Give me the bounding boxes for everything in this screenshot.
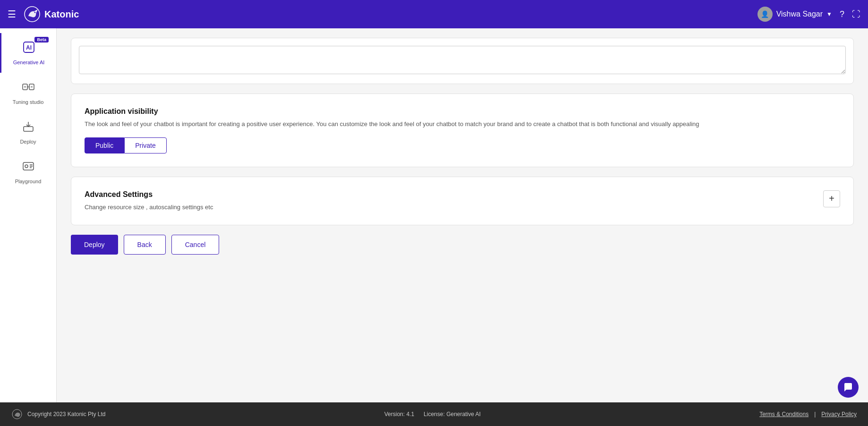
tuning-studio-icon <box>22 80 35 96</box>
footer-copyright: Copyright 2023 Katonic Pty Ltd <box>11 409 105 420</box>
sidebar-item-generative-ai[interactable]: Beta AI Generative AI <box>0 33 56 73</box>
beta-badge: Beta <box>34 37 49 43</box>
textarea-card <box>71 38 854 84</box>
public-button[interactable]: Public <box>85 137 124 153</box>
svg-point-1 <box>34 12 36 13</box>
license-text: License: Generative AI <box>424 411 481 417</box>
advanced-description: Change resource size , autoscaling setti… <box>85 203 213 212</box>
playground-icon <box>22 160 35 176</box>
application-visibility-card: Application visibility The look and feel… <box>71 94 854 167</box>
visibility-title: Application visibility <box>85 107 840 116</box>
footer-version: Version: 4.1 License: Generative AI <box>384 411 481 417</box>
action-buttons: Deploy Back Cancel <box>71 235 854 264</box>
advanced-title: Advanced Settings <box>85 190 213 199</box>
content-area: Application visibility The look and feel… <box>57 28 868 402</box>
privacy-link[interactable]: Privacy Policy <box>821 411 857 417</box>
user-name: Vishwa Sagar <box>776 10 823 18</box>
katonic-bird-logo <box>24 6 41 23</box>
advanced-header: Advanced Settings Change resource size ,… <box>85 190 840 212</box>
visibility-buttons: Public Private <box>85 137 840 153</box>
textarea-input[interactable] <box>79 46 846 74</box>
sidebar-item-deploy[interactable]: Deploy <box>0 112 56 152</box>
generative-ai-icon: AI <box>22 41 35 57</box>
copyright-text: Copyright 2023 Katonic Pty Ltd <box>27 411 105 417</box>
svg-point-9 <box>25 165 28 168</box>
navbar-left: ☰ Katonic <box>8 6 79 23</box>
visibility-description: The look and feel of your chatbot is imp… <box>85 119 840 129</box>
sidebar-label-playground: Playground <box>15 179 42 184</box>
footer: Copyright 2023 Katonic Pty Ltd Version: … <box>0 402 868 426</box>
advanced-text: Advanced Settings Change resource size ,… <box>85 190 213 212</box>
navbar: ☰ Katonic 👤 Vishwa Sagar ▼ ? ⛶ <box>0 0 868 28</box>
sidebar-label-tuning-studio: Tuning studio <box>13 99 44 105</box>
footer-separator: | <box>814 411 816 417</box>
navbar-right: 👤 Vishwa Sagar ▼ ? ⛶ <box>757 7 860 22</box>
deploy-button[interactable]: Deploy <box>71 235 118 255</box>
user-info[interactable]: 👤 Vishwa Sagar ▼ <box>757 7 832 22</box>
private-button[interactable]: Private <box>124 137 167 153</box>
sidebar-label-deploy: Deploy <box>20 139 36 145</box>
logo-text: Katonic <box>44 9 79 20</box>
deploy-icon <box>22 120 35 136</box>
chevron-down-icon: ▼ <box>826 11 832 17</box>
sidebar-item-playground[interactable]: Playground <box>0 152 56 192</box>
chat-icon <box>843 382 853 392</box>
svg-rect-7 <box>24 127 33 131</box>
logo: Katonic <box>24 6 79 23</box>
fullscreen-icon[interactable]: ⛶ <box>852 9 860 19</box>
cancel-button[interactable]: Cancel <box>171 235 220 255</box>
avatar: 👤 <box>757 7 773 22</box>
sidebar-label-generative-ai: Generative AI <box>13 60 45 65</box>
svg-text:AI: AI <box>26 44 32 51</box>
main-layout: Beta AI Generative AI Tuning studio <box>0 28 868 402</box>
back-button[interactable]: Back <box>124 235 166 255</box>
help-icon[interactable]: ? <box>840 9 844 19</box>
chat-bubble[interactable] <box>838 377 859 398</box>
advanced-settings-card: Advanced Settings Change resource size ,… <box>71 177 854 226</box>
version-text: Version: 4.1 <box>384 411 414 417</box>
sidebar-item-tuning-studio[interactable]: Tuning studio <box>0 73 56 112</box>
hamburger-icon[interactable]: ☰ <box>8 9 16 20</box>
footer-links: Terms & Conditions | Privacy Policy <box>759 411 857 417</box>
terms-link[interactable]: Terms & Conditions <box>759 411 808 417</box>
advanced-expand-button[interactable]: + <box>823 190 840 207</box>
sidebar: Beta AI Generative AI Tuning studio <box>0 28 57 402</box>
footer-logo <box>11 409 23 420</box>
